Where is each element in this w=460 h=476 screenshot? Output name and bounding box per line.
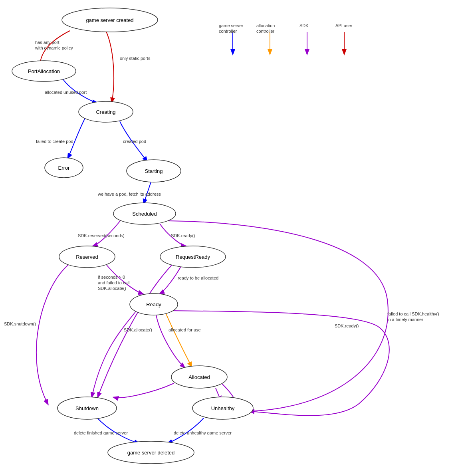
label-allocated-unused: allocated unused port <box>45 90 87 95</box>
edge-scheduled-reserved <box>93 219 122 246</box>
label-sdk-shutdown: SDK.shutdown() <box>4 321 36 326</box>
edge-allocated-unhealthy <box>216 388 221 397</box>
edge-ready-allocated-sdk <box>156 313 184 367</box>
label-game-server-created: game server created <box>86 17 133 23</box>
label-creating: Creating <box>96 109 115 115</box>
edge-reserved-shutdown <box>36 264 70 404</box>
legend-label-gsc-1: game server <box>219 23 243 28</box>
legend-label-sdk: SDK <box>299 23 309 28</box>
label-failed-healthy-1: failed to call SDK.healthy() <box>387 311 439 316</box>
label-scheduled: Scheduled <box>132 211 157 217</box>
label-only-static: only static ports <box>120 56 151 61</box>
label-if-seconds-2: and failed to call <box>98 280 130 285</box>
diagram-container: game server created PortAllocation Creat… <box>0 0 460 476</box>
legend-label-api: API user <box>335 23 353 28</box>
label-if-seconds-1: if seconds > 0 <box>98 275 125 280</box>
label-unhealthy: Unhealthy <box>211 405 235 411</box>
label-sdk-ready-top: SDK.ready() <box>171 233 195 238</box>
label-sdk-ready-right: SDK.ready() <box>335 323 359 328</box>
label-portallocation: PortAllocation <box>28 68 60 74</box>
state-diagram: game server created PortAllocation Creat… <box>0 0 460 476</box>
label-allocated: Allocated <box>188 374 210 380</box>
label-game-server-deleted: game server deleted <box>127 450 175 456</box>
legend-label-gsc-2: controller <box>219 29 237 34</box>
label-shutdown: Shutdown <box>75 405 99 411</box>
edge-ready-shutdown <box>92 311 136 397</box>
edge-created-creating-static <box>106 31 114 102</box>
edge-ready-allocated <box>166 313 192 367</box>
label-sdk-reserved: SDK.reserved(seconds) <box>78 233 125 238</box>
label-delete-finished: delete finished game server <box>74 430 128 435</box>
legend-label-ac-1: allocation <box>256 23 275 28</box>
label-error: Error <box>58 165 70 171</box>
label-created-pod: created pod <box>123 139 146 144</box>
label-ready: Ready <box>146 301 161 307</box>
label-allocated-for-use: allocated for use <box>169 327 201 332</box>
label-has-any-port: has any port <box>35 40 59 45</box>
label-fetch-address: we have a pod, fetch its address <box>97 192 161 196</box>
edge-creating-error <box>68 117 86 158</box>
label-delete-unhealthy: delete unhealthy game server <box>174 430 232 435</box>
label-starting: Starting <box>145 168 163 174</box>
edge-allocated-shutdown <box>114 383 174 398</box>
label-failed-create-pod: failed to create pod <box>36 139 73 144</box>
label-reserved: Reserved <box>76 254 98 260</box>
label-requestready: RequestReady <box>176 254 210 260</box>
label-if-seconds-3: SDK.allocate() <box>98 286 126 291</box>
legend-label-ac-2: controller <box>256 29 275 34</box>
label-dynamic-policy: with dynamic policy <box>35 46 73 50</box>
label-ready-to-allocate: ready to be allocated <box>178 276 218 280</box>
label-sdk-allocate: SDK.allocate() <box>124 327 152 332</box>
label-failed-healthy-2: in a timely manner <box>387 317 423 322</box>
